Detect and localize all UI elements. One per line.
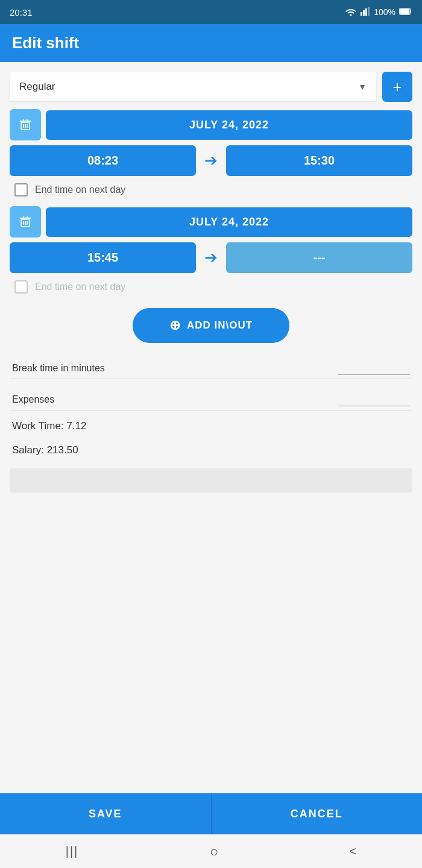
main-content: Regular ▼ + JULY 24, 2022 08:23 ➔ bbox=[0, 62, 422, 793]
svg-point-0 bbox=[350, 14, 352, 16]
wifi-icon bbox=[345, 7, 357, 17]
shift-type-row: Regular ▼ + bbox=[10, 72, 412, 102]
entry-block-1: JULY 24, 2022 08:23 ➔ 15:30 End time on … bbox=[10, 109, 412, 199]
end-time-next-day-1-row: End time on next day bbox=[10, 181, 412, 199]
salary-label: Salary: bbox=[12, 444, 44, 456]
status-icons: 100% bbox=[345, 7, 412, 17]
add-inout-button[interactable]: ⊕ ADD IN\OUT bbox=[133, 308, 289, 343]
bottom-buttons: SAVE CANCEL bbox=[0, 793, 422, 834]
date-1-button[interactable]: JULY 24, 2022 bbox=[46, 110, 412, 140]
nav-bar: ||| ○ < bbox=[0, 834, 422, 868]
notes-area bbox=[10, 468, 412, 492]
salary-row: Salary: 213.50 bbox=[10, 442, 412, 459]
battery-text: 100% bbox=[374, 7, 395, 17]
svg-rect-1 bbox=[361, 12, 362, 16]
end-time-next-day-2-row: End time on next day bbox=[10, 278, 412, 296]
save-button[interactable]: SAVE bbox=[0, 793, 211, 834]
status-bar: 20:31 100% bbox=[0, 0, 422, 24]
date-row-1: JULY 24, 2022 bbox=[10, 109, 412, 140]
break-time-row: Break time in minutes bbox=[10, 355, 412, 379]
start-time-2-button[interactable]: 15:45 bbox=[10, 242, 196, 273]
expenses-label: Expenses bbox=[12, 394, 54, 405]
back-icon[interactable]: < bbox=[350, 844, 357, 858]
salary-text: Salary: 213.50 bbox=[12, 444, 78, 456]
shift-type-select[interactable]: Regular ▼ bbox=[10, 72, 376, 101]
arrow-icon-1: ➔ bbox=[196, 151, 226, 170]
time-display: 20:31 bbox=[10, 7, 33, 17]
expenses-row: Expenses bbox=[10, 386, 412, 410]
expenses-input[interactable] bbox=[338, 392, 410, 406]
end-time-1-button[interactable]: 15:30 bbox=[226, 145, 412, 176]
date-2-button[interactable]: JULY 24, 2022 bbox=[46, 207, 412, 237]
end-time-next-day-2-label: End time on next day bbox=[35, 281, 125, 292]
work-time-label: Work Time: bbox=[12, 420, 64, 432]
signal-icon bbox=[361, 7, 370, 17]
menu-icon[interactable]: ||| bbox=[66, 844, 79, 858]
end-time-next-day-1-checkbox[interactable] bbox=[14, 183, 28, 197]
end-time-next-day-1-label: End time on next day bbox=[35, 184, 125, 195]
time-row-2: 15:45 ➔ --- bbox=[10, 242, 412, 273]
add-inout-label: ADD IN\OUT bbox=[187, 319, 253, 332]
date-row-2: JULY 24, 2022 bbox=[10, 206, 412, 237]
circle-plus-icon: ⊕ bbox=[169, 318, 181, 333]
svg-rect-4 bbox=[368, 7, 370, 16]
end-time-2-button[interactable]: --- bbox=[226, 242, 412, 273]
break-time-label: Break time in minutes bbox=[12, 363, 105, 374]
svg-rect-6 bbox=[400, 9, 410, 14]
cancel-button[interactable]: CANCEL bbox=[211, 793, 423, 834]
page-title: Edit shift bbox=[12, 34, 410, 52]
battery-icon bbox=[399, 7, 412, 17]
start-time-1-button[interactable]: 08:23 bbox=[10, 145, 196, 176]
delete-entry-2-button[interactable] bbox=[10, 206, 41, 237]
svg-rect-3 bbox=[365, 8, 367, 16]
work-time-row: Work Time: 7.12 bbox=[10, 418, 412, 435]
home-icon[interactable]: ○ bbox=[210, 843, 219, 860]
add-shift-button[interactable]: + bbox=[382, 72, 412, 102]
break-time-input[interactable] bbox=[338, 361, 410, 375]
work-time-value: 7.12 bbox=[66, 420, 86, 432]
header: Edit shift bbox=[0, 24, 422, 62]
salary-value: 213.50 bbox=[47, 444, 78, 456]
arrow-icon-2: ➔ bbox=[196, 248, 226, 267]
entry-block-2: JULY 24, 2022 15:45 ➔ --- End time on ne… bbox=[10, 206, 412, 296]
svg-rect-2 bbox=[363, 10, 365, 16]
delete-entry-1-button[interactable] bbox=[10, 109, 41, 140]
work-time-text: Work Time: 7.12 bbox=[12, 420, 86, 432]
end-time-next-day-2-checkbox[interactable] bbox=[14, 280, 28, 294]
chevron-down-icon: ▼ bbox=[358, 82, 367, 92]
time-row-1: 08:23 ➔ 15:30 bbox=[10, 145, 412, 176]
shift-type-value: Regular bbox=[19, 81, 55, 93]
add-inout-container: ⊕ ADD IN\OUT bbox=[10, 303, 412, 348]
